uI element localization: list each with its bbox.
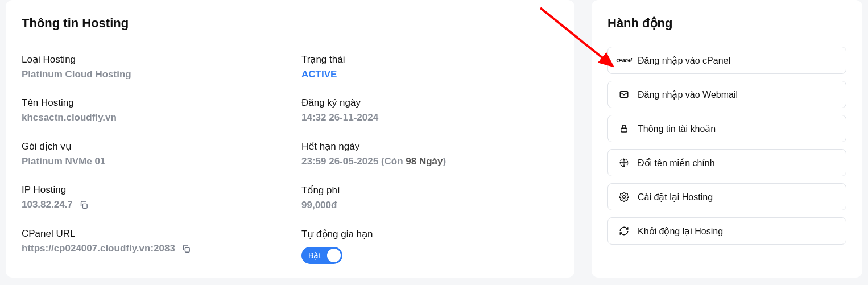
hosting-info-title: Thông tin Hosting (22, 16, 559, 31)
field-ip-hosting: IP Hosting 103.82.24.7 (22, 184, 279, 211)
svg-rect-3 (621, 128, 627, 132)
label: Trạng thái (301, 53, 559, 65)
action-label: Thông tin tài khoản (638, 123, 716, 134)
expiry-prefix: 23:59 26-05-2025 (Còn (301, 156, 406, 167)
label: CPanel URL (22, 228, 279, 239)
action-label: Đăng nhập vào cPanel (638, 55, 730, 66)
mail-icon (618, 89, 630, 100)
label: IP Hosting (22, 184, 279, 196)
copy-cpanel-url-icon[interactable] (181, 244, 191, 254)
label: Tên Hosting (22, 97, 279, 109)
cpanel-url-value: https://cp024007.cloudfly.vn:2083 (22, 243, 175, 254)
status-badge: ACTIVE (301, 69, 559, 80)
actions-card: Hành động cPanel Đăng nhập vào cPanel Đă… (592, 0, 862, 278)
expiry-suffix: ) (443, 156, 447, 167)
svg-point-5 (623, 196, 626, 199)
field-cpanel-url: CPanel URL https://cp024007.cloudfly.vn:… (22, 228, 279, 264)
label: Hết hạn ngày (301, 141, 559, 152)
value: 23:59 26-05-2025 (Còn 98 Ngày) (301, 156, 559, 167)
cpanel-icon: cPanel (618, 55, 630, 66)
action-label: Đăng nhập vào Webmail (638, 89, 738, 100)
field-auto-renew: Tự động gia hạn Bật (301, 228, 559, 264)
value: https://cp024007.cloudfly.vn:2083 (22, 243, 279, 254)
login-webmail-button[interactable]: Đăng nhập vào Webmail (607, 81, 846, 108)
reinstall-hosting-button[interactable]: Cài đặt lại Hosting (607, 183, 846, 210)
svg-rect-1 (185, 247, 189, 252)
label: Loại Hosting (22, 53, 279, 65)
field-hosting-name: Tên Hosting khcsactn.cloudfly.vn (22, 97, 279, 123)
field-total-fee: Tổng phí 99,000đ (301, 184, 559, 211)
field-registered-date: Đăng ký ngày 14:32 26-11-2024 (301, 97, 559, 123)
refresh-icon (618, 225, 630, 237)
info-grid: Loại Hosting Platinum Cloud Hosting Trạn… (22, 53, 559, 264)
action-label: Khởi động lại Hosing (638, 226, 723, 237)
expiry-days: 98 Ngày (406, 156, 443, 167)
label: Đăng ký ngày (301, 97, 559, 109)
gear-icon (618, 191, 630, 203)
value: 99,000đ (301, 200, 559, 211)
value: khcsactn.cloudfly.vn (22, 112, 279, 123)
lock-icon (618, 123, 630, 134)
label: Tự động gia hạn (301, 228, 559, 240)
action-label: Cài đặt lại Hosting (638, 192, 713, 203)
label: Tổng phí (301, 184, 559, 196)
value: Platinum Cloud Hosting (22, 69, 279, 80)
action-label: Đổi tên miền chính (638, 158, 715, 168)
account-info-button[interactable]: Thông tin tài khoản (607, 115, 846, 142)
copy-ip-icon[interactable] (79, 200, 89, 210)
globe-icon (618, 157, 630, 168)
label: Gói dịch vụ (22, 141, 279, 152)
value: Platinum NVMe 01 (22, 156, 279, 167)
value: 103.82.24.7 (22, 199, 279, 210)
change-domain-button[interactable]: Đổi tên miền chính (607, 149, 846, 176)
toggle-label: Bật (308, 251, 321, 260)
toggle-knob (327, 249, 341, 262)
field-service-plan: Gói dịch vụ Platinum NVMe 01 (22, 141, 279, 167)
ip-value: 103.82.24.7 (22, 199, 73, 210)
value: 14:32 26-11-2024 (301, 112, 559, 123)
hosting-info-card: Thông tin Hosting Loại Hosting Platinum … (6, 0, 574, 278)
login-cpanel-button[interactable]: cPanel Đăng nhập vào cPanel (607, 47, 846, 74)
field-hosting-type: Loại Hosting Platinum Cloud Hosting (22, 53, 279, 80)
field-status: Trạng thái ACTIVE (301, 53, 559, 80)
field-expiry-date: Hết hạn ngày 23:59 26-05-2025 (Còn 98 Ng… (301, 141, 559, 167)
actions-title: Hành động (607, 16, 846, 31)
auto-renew-toggle[interactable]: Bật (301, 247, 342, 264)
svg-rect-0 (82, 204, 87, 208)
restart-hosting-button[interactable]: Khởi động lại Hosing (607, 217, 846, 245)
